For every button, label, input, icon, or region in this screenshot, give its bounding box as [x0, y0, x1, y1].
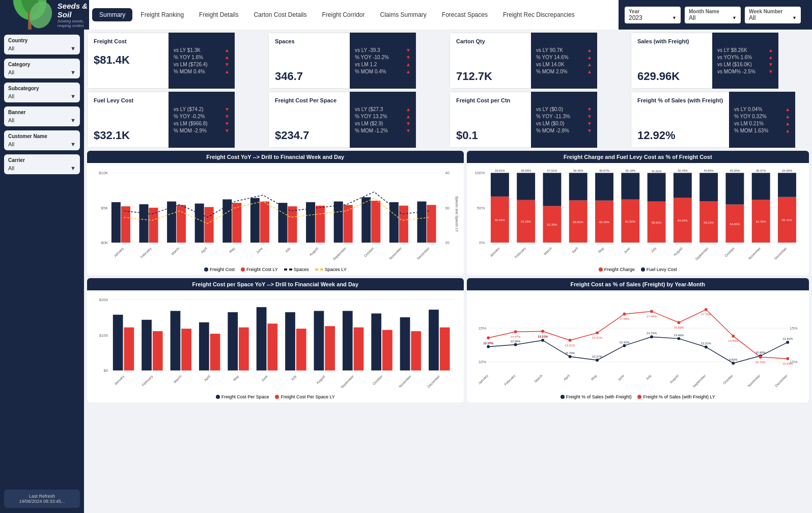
- kpi-right: vs LY $8.26K▲vs YOY% 1.6%▲vs LM ($16.0K)…: [712, 33, 778, 89]
- nav-tab-freight-ranking[interactable]: Freight Ranking: [133, 8, 191, 21]
- kpi-icon-diamond[interactable]: ◇: [94, 76, 101, 83]
- kpi-stat: vs LM ($16.0K)▼: [717, 62, 773, 67]
- filter-chevron-icon: ▼: [70, 141, 76, 147]
- svg-rect-150: [382, 330, 393, 371]
- chart3-body: $200$100$0JanuaryFebruaryMarchAprilMayJu…: [87, 290, 464, 392]
- sidebar-filter-country[interactable]: Country All ▼: [4, 35, 80, 55]
- legend-item: Fuel Levy Cost: [641, 267, 677, 272]
- svg-rect-156: [440, 328, 450, 371]
- svg-text:38.57%: 38.57%: [755, 169, 766, 172]
- svg-text:17.76%: 17.76%: [701, 313, 711, 316]
- svg-text:50%: 50%: [477, 206, 485, 210]
- nav-tab-freight-details[interactable]: Freight Details: [192, 8, 245, 21]
- svg-rect-92: [674, 173, 692, 198]
- filter-chevron-icon: ▼: [70, 45, 76, 51]
- svg-text:30: 30: [445, 206, 450, 210]
- svg-rect-97: [699, 173, 718, 201]
- svg-point-206: [759, 356, 762, 359]
- svg-text:June: June: [261, 374, 269, 383]
- svg-point-198: [650, 310, 653, 313]
- svg-text:$0K: $0K: [101, 240, 108, 245]
- svg-text:52.39%: 52.39%: [547, 223, 557, 226]
- kpi-stat: vs LM 0.21%▲: [734, 121, 790, 126]
- legend-label: Freight Cost Per Space LY: [281, 394, 334, 399]
- year-filter[interactable]: Year 2023 ▼: [625, 7, 681, 23]
- logo-name: Seeds & Soil: [58, 2, 89, 19]
- nav-tab-claims-summary[interactable]: Claims Summary: [373, 8, 434, 21]
- svg-point-202: [705, 308, 708, 311]
- svg-rect-107: [751, 173, 770, 200]
- svg-text:60.33%: 60.33%: [599, 221, 609, 224]
- svg-text:March: March: [171, 247, 180, 256]
- svg-rect-141: [296, 329, 306, 370]
- svg-text:October: October: [372, 374, 383, 386]
- svg-text:$100: $100: [99, 333, 108, 337]
- chart3-svg: $200$100$0JanuaryFebruaryMarchAprilMayJu…: [91, 294, 460, 388]
- nav-tab-forecast-spaces[interactable]: Forecast Spaces: [435, 8, 495, 21]
- svg-text:33.91%: 33.91%: [495, 169, 505, 172]
- svg-text:60.60%: 60.60%: [573, 221, 583, 224]
- nav-tab-freight-corridor[interactable]: Freight Corridor: [315, 8, 372, 21]
- legend-item: Freight Cost Per Space: [216, 394, 269, 399]
- kpi-stat: % MOM 0.4%▲: [174, 69, 230, 74]
- svg-rect-147: [354, 328, 364, 371]
- nav-tab-carton-cost-details[interactable]: Carton Cost Details: [246, 8, 314, 21]
- sidebar-filter-category[interactable]: Category All ▼: [4, 59, 80, 78]
- svg-text:15%: 15%: [478, 326, 486, 331]
- svg-text:34.59%: 34.59%: [782, 169, 792, 172]
- svg-text:58.91%: 58.91%: [651, 221, 661, 224]
- legend-item: Freight Charge: [599, 267, 635, 272]
- legend-item: Freight Cost: [204, 267, 235, 272]
- svg-text:66.09%: 66.09%: [495, 219, 505, 222]
- legend-item: Freight Cost LY: [241, 267, 278, 272]
- legend-label: Freight Charge: [604, 267, 635, 272]
- kpi-stat: % YOY -0.2%▼: [174, 114, 230, 119]
- svg-point-204: [732, 335, 735, 338]
- kpi-left: Carton Qty 712.7K: [450, 33, 531, 89]
- sidebar-filter-customer-name[interactable]: Customer Name All ▼: [4, 130, 80, 150]
- svg-text:65.41%: 65.41%: [782, 219, 792, 222]
- svg-text:10%: 10%: [790, 360, 798, 364]
- svg-text:January: January: [489, 246, 500, 258]
- legend-label: Freight Cost LY: [246, 267, 278, 272]
- legend-label: Freight Cost Per Space: [221, 394, 269, 399]
- svg-text:17.49%: 17.49%: [647, 315, 657, 318]
- filter-label: Customer Name: [8, 133, 76, 139]
- nav-tab-freight-rec-discrepancies[interactable]: Freight Rec Discrepancies: [496, 8, 582, 21]
- legend-color-dot: [284, 268, 292, 271]
- month-label: Month Name: [689, 9, 737, 14]
- sidebar-filter-banner[interactable]: Banner All ▼: [4, 106, 80, 126]
- svg-text:February: February: [141, 374, 154, 387]
- filter-select: All ▼: [8, 165, 76, 171]
- svg-text:17.09%: 17.09%: [619, 317, 629, 320]
- filter-select: All ▼: [8, 45, 76, 51]
- kpi-stat: % YOY 0.32%▲: [734, 114, 790, 119]
- kpi-icon-dots[interactable]: ···: [131, 76, 139, 83]
- sidebar-filter-subcategory[interactable]: Subcategory All ▼: [4, 83, 80, 102]
- svg-text:January: January: [113, 246, 125, 258]
- nav-tab-summary[interactable]: Summary: [92, 8, 132, 21]
- sidebar-filter-carrier[interactable]: Carrier All ▼: [4, 154, 80, 174]
- kpi-icon-lines[interactable]: ≡: [122, 76, 128, 83]
- svg-text:March: March: [543, 247, 552, 256]
- svg-text:June: June: [623, 247, 631, 255]
- svg-text:12.56%: 12.56%: [510, 340, 520, 343]
- kpi-right: vs LY ($27.3▲% YOY 13.2%▲vs LM ($2.9)▼% …: [350, 92, 416, 148]
- kpi-left: Freight Cost per Ctn $0.1: [450, 92, 531, 148]
- filter-select: All ▼: [8, 117, 76, 123]
- month-chevron-icon: ▼: [732, 15, 737, 20]
- kpi-icon-circle[interactable]: ○: [103, 76, 110, 83]
- kpi-card-freight-cost: Freight Cost $81.4K ◇ ○ △ ≡ ··· vs LY $1…: [87, 33, 265, 89]
- week-filter[interactable]: Week Number All ▼: [745, 7, 801, 23]
- svg-text:10.72%: 10.72%: [755, 361, 765, 364]
- kpi-card-freight-cost-per-ctn: Freight Cost per Ctn $0.1 vs LY ($0.0)▼%…: [450, 92, 628, 148]
- svg-text:August: August: [673, 247, 683, 257]
- kpi-icon-triangle[interactable]: △: [112, 76, 120, 83]
- svg-text:10.90%: 10.90%: [755, 351, 765, 354]
- svg-rect-72: [569, 173, 587, 200]
- month-filter[interactable]: Month Name All ▼: [685, 7, 741, 23]
- svg-text:13.21%: 13.21%: [565, 344, 575, 347]
- svg-point-174: [650, 335, 653, 338]
- svg-rect-87: [647, 173, 665, 202]
- svg-text:December: December: [427, 374, 441, 388]
